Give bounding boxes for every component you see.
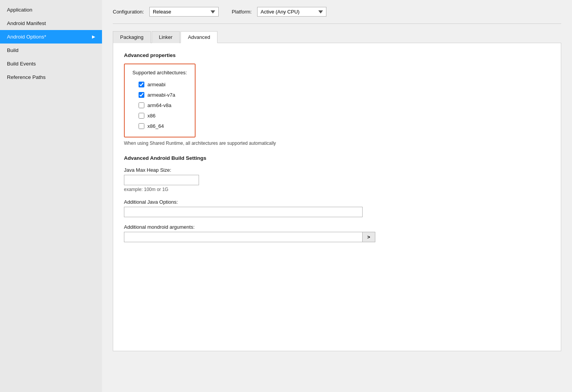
arch-arm64-v8a-checkbox[interactable]: [139, 102, 144, 108]
mondroid-group: Additional mondroid arguments: >: [124, 224, 550, 242]
config-bar: Configuration: Release Active (Debug) De…: [113, 7, 561, 17]
architectures-box: Supported architectures: armeabi armeabi…: [124, 64, 196, 137]
arch-armeabi: armeabi: [132, 79, 187, 90]
sidebar-item-application[interactable]: Application: [0, 3, 102, 17]
arch-armeabi-checkbox[interactable]: [139, 82, 144, 87]
configuration-label: Configuration:: [113, 9, 144, 15]
mondroid-browse-button[interactable]: >: [363, 232, 375, 242]
sidebar-item-reference-paths[interactable]: Reference Paths: [0, 70, 102, 84]
arch-armeabi-v7a-checkbox[interactable]: [139, 92, 144, 98]
java-heap-hint: example: 100m or 1G: [124, 187, 550, 192]
config-divider: [113, 23, 561, 24]
configuration-select[interactable]: Release Active (Debug) Debug All Configu…: [149, 7, 219, 17]
sidebar-item-label: Android Options*: [7, 34, 46, 40]
sidebar-item-label: Android Manifest: [7, 20, 46, 26]
arch-x86: x86: [132, 111, 187, 121]
arch-x86-checkbox[interactable]: [139, 113, 144, 119]
content-panel: Advanced properties Supported architectu…: [113, 43, 561, 351]
sidebar-item-label: Reference Paths: [7, 74, 46, 80]
java-heap-label: Java Max Heap Size:: [124, 167, 550, 173]
main-content: Configuration: Release Active (Debug) De…: [102, 0, 572, 392]
sidebar-item-label: Application: [7, 7, 32, 13]
java-heap-input[interactable]: [124, 175, 199, 185]
arch-armeabi-v7a: armeabi-v7a: [132, 90, 187, 100]
sidebar-item-label: Build Events: [7, 61, 36, 67]
arch-x86-64-label: x86_64: [147, 123, 164, 129]
java-options-label: Additional Java Options:: [124, 199, 550, 205]
java-options-group: Additional Java Options:: [124, 199, 550, 217]
architectures-label: Supported architectures:: [132, 70, 187, 75]
arch-arm64-v8a-label: arm64-v8a: [147, 102, 171, 108]
java-heap-group: Java Max Heap Size: example: 100m or 1G: [124, 167, 550, 192]
sidebar: Application Android Manifest Android Opt…: [0, 0, 102, 392]
arch-x86-label: x86: [147, 113, 156, 119]
tab-bar: Packaging Linker Advanced: [113, 31, 561, 43]
tab-linker[interactable]: Linker: [152, 31, 180, 43]
sidebar-item-build-events[interactable]: Build Events: [0, 57, 102, 70]
sidebar-item-label: Build: [7, 47, 18, 53]
arch-x86-64: x86_64: [132, 121, 187, 131]
arch-armeabi-v7a-label: armeabi-v7a: [147, 92, 175, 98]
mondroid-label: Additional mondroid arguments:: [124, 224, 550, 230]
section2-title: Advanced Android Build Settings: [124, 155, 550, 161]
arch-x86-64-checkbox[interactable]: [139, 123, 144, 129]
mondroid-input-row: >: [124, 232, 550, 242]
arch-arm64-v8a: arm64-v8a: [132, 100, 187, 111]
tab-advanced[interactable]: Advanced: [181, 31, 217, 43]
tab-packaging[interactable]: Packaging: [113, 31, 151, 43]
arch-armeabi-label: armeabi: [147, 82, 166, 87]
platform-select[interactable]: Active (Any CPU) Any CPU x86 x64: [257, 7, 326, 17]
sidebar-item-android-options[interactable]: Android Options*: [0, 30, 102, 44]
platform-label: Platform:: [232, 9, 252, 15]
mondroid-input[interactable]: [124, 232, 363, 242]
section1-title: Advanced properties: [124, 52, 550, 58]
sidebar-item-build[interactable]: Build: [0, 44, 102, 57]
arch-note: When using Shared Runtime, all architect…: [124, 141, 550, 146]
java-options-input[interactable]: [124, 207, 363, 217]
sidebar-item-android-manifest[interactable]: Android Manifest: [0, 17, 102, 30]
